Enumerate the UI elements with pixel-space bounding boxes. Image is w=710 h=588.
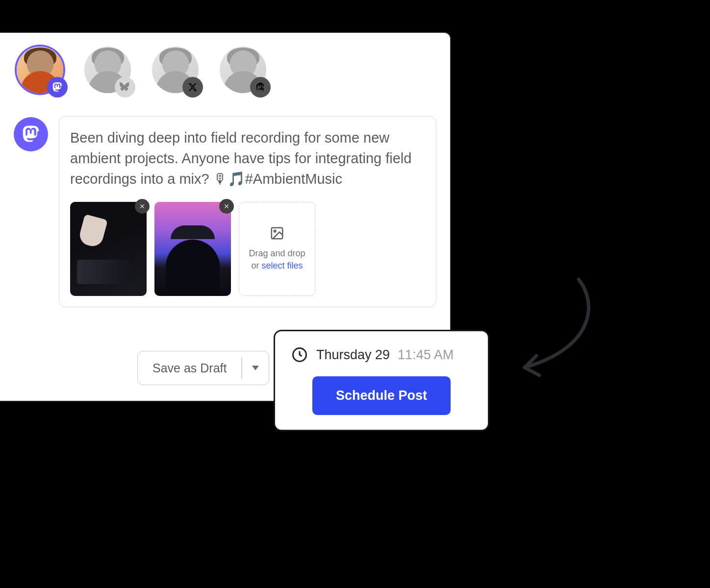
account-bluesky[interactable]: [84, 47, 133, 96]
bluesky-icon: [115, 77, 135, 98]
remove-attachment-button[interactable]: [219, 199, 234, 214]
compose-row: Been diving deep into field recording fo…: [14, 116, 436, 307]
schedule-post-button[interactable]: Schedule Post: [312, 376, 451, 415]
mastodon-icon: [14, 117, 48, 151]
close-icon: [223, 203, 230, 210]
save-draft-label: Save as Draft: [138, 361, 241, 375]
attachment-image: [154, 202, 231, 296]
mastodon-icon: [47, 77, 68, 98]
select-files-link[interactable]: select files: [261, 261, 303, 270]
account-mastodon[interactable]: [17, 47, 66, 96]
save-draft-button[interactable]: Save as Draft: [137, 351, 269, 385]
close-icon: [139, 203, 146, 210]
attachment-1[interactable]: [70, 202, 147, 296]
dropzone-line1: Drag and drop: [249, 248, 305, 258]
remove-attachment-button[interactable]: [135, 199, 150, 214]
attachments-row: Drag and drop or select files: [70, 202, 425, 296]
account-selector-row: [14, 47, 436, 96]
account-x[interactable]: [152, 47, 201, 96]
schedule-datetime[interactable]: Thursday 29 11:45 AM: [291, 346, 472, 364]
compose-box[interactable]: Been diving deep into field recording fo…: [59, 116, 436, 307]
attachment-2[interactable]: [154, 202, 231, 296]
clock-icon: [291, 346, 308, 364]
draft-dropdown-toggle[interactable]: [242, 366, 269, 370]
attachment-image: [70, 202, 147, 296]
image-icon: [270, 226, 284, 241]
decorative-arrow: [495, 274, 603, 402]
dropzone-line2-prefix: or: [251, 261, 261, 270]
media-dropzone[interactable]: Drag and drop or select files: [239, 202, 315, 296]
dropzone-text: Drag and drop or select files: [249, 247, 305, 272]
schedule-popover: Thursday 29 11:45 AM Schedule Post: [274, 330, 489, 431]
x-icon: [182, 77, 203, 98]
schedule-date: Thursday 29: [316, 347, 390, 363]
svg-point-1: [274, 230, 276, 232]
post-content[interactable]: Been diving deep into field recording fo…: [70, 127, 425, 189]
threads-icon: [250, 77, 271, 98]
chevron-down-icon: [252, 366, 259, 370]
schedule-time: 11:45 AM: [398, 347, 454, 363]
account-threads[interactable]: [220, 47, 269, 96]
